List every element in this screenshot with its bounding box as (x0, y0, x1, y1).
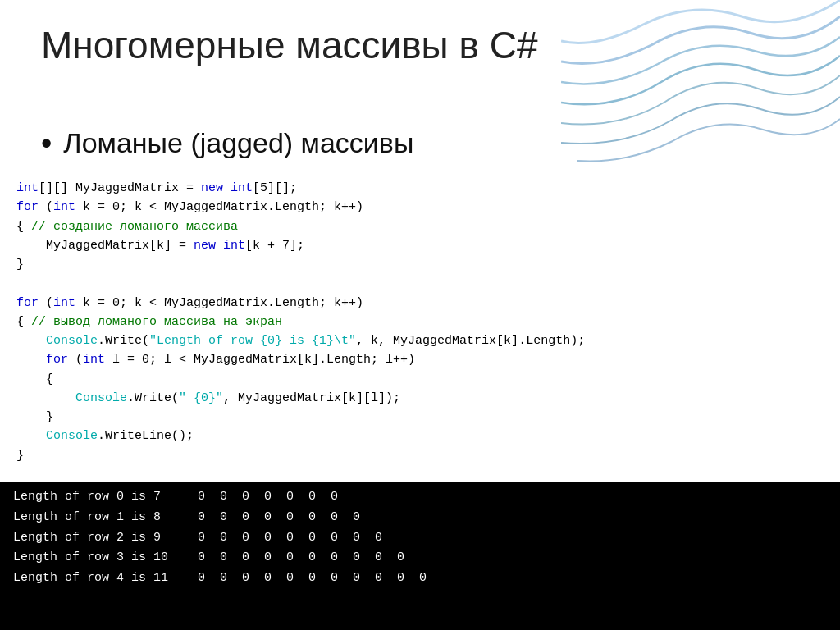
output-block: Length of row 0 is 7 0 0 0 0 0 0 0 Lengt… (0, 482, 840, 630)
decoration (561, 0, 840, 164)
code-line-1: int[][] MyJaggedMatrix = new int[5][]; (16, 179, 824, 198)
bullet-point: • (41, 128, 52, 159)
code-line-4: MyJaggedMatrix[k] = new int[k + 7]; (16, 236, 824, 255)
output-line-1: Length of row 0 is 7 0 0 0 0 0 0 0 (13, 487, 827, 508)
code-line-7: for (int k = 0; k < MyJaggedMatrix.Lengt… (16, 294, 824, 313)
output-line-5: Length of row 4 is 11 0 0 0 0 0 0 0 0 0 … (13, 568, 827, 589)
code-line-10: for (int l = 0; l < MyJaggedMatrix[k].Le… (16, 350, 824, 369)
code-line-13: } (16, 408, 824, 427)
code-line-8: { // вывод ломаного массива на экран (16, 313, 824, 331)
code-line-15: } (16, 446, 824, 465)
code-line-11: { (16, 370, 824, 389)
code-line-12: Console.Write(" {0}", MyJaggedMatrix[k][… (16, 389, 824, 408)
output-line-2: Length of row 1 is 8 0 0 0 0 0 0 0 0 (13, 508, 827, 528)
slide: Многомерные массивы в C# • Ломаные (jagg… (0, 0, 840, 630)
slide-title: Многомерные массивы в C# (41, 23, 545, 68)
code-line-5: } (16, 255, 824, 274)
code-line-3: { // создание ломаного массива (16, 217, 824, 236)
code-block: int[][] MyJaggedMatrix = new int[5][]; f… (0, 172, 840, 482)
output-line-4: Length of row 3 is 10 0 0 0 0 0 0 0 0 0 … (13, 548, 827, 568)
code-line-6 (16, 274, 824, 293)
slide-subtitle: • Ломаные (jagged) массивы (41, 127, 413, 159)
code-line-2: for (int k = 0; k < MyJaggedMatrix.Lengt… (16, 198, 824, 217)
subtitle-text: Ломаные (jagged) массивы (63, 127, 413, 159)
code-line-9: Console.Write("Length of row {0} is {1}\… (16, 331, 824, 350)
code-line-14: Console.WriteLine(); (16, 427, 824, 445)
output-line-3: Length of row 2 is 9 0 0 0 0 0 0 0 0 0 (13, 528, 827, 549)
